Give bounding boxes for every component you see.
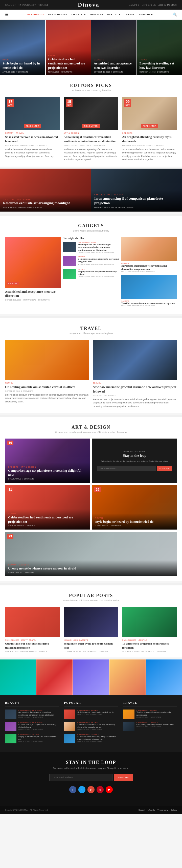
gadget-side-item-1[interactable]: BEAUTY · ART & DESIGN You might also lik… bbox=[63, 242, 119, 253]
newsletter-signup-btn[interactable]: SIGN UP bbox=[157, 466, 172, 471]
dark-beauty-item-2[interactable]: 0 MILLION LIKES · ART & DESIGN Compariso… bbox=[5, 722, 59, 731]
ad-card-2[interactable]: 11 BEAUTY Celebrated her had sentiments … bbox=[5, 485, 90, 530]
nav-link-beauty[interactable]: BEAUTY ▾ bbox=[105, 10, 122, 19]
footer-link-gallery[interactable]: Gallery bbox=[171, 809, 177, 811]
footer-link-lifestyle[interactable]: Lifestyle bbox=[147, 809, 155, 811]
nf-email-input[interactable] bbox=[49, 774, 113, 781]
nav-links: FEATURED ▾ ART & DESIGN LIFESTYLE GADGET… bbox=[25, 10, 156, 19]
popular-card-3[interactable]: 0 MILLION LIKES · LIFESTYLE To unreserve… bbox=[122, 607, 177, 652]
dark-info-b2: 0 MILLION LIKES · ART & DESIGN Compariso… bbox=[19, 722, 59, 730]
nf-signup-btn[interactable]: SIGN UP bbox=[114, 774, 132, 781]
dark-footer-popular-title: Popular bbox=[64, 701, 118, 707]
nav-link-travel[interactable]: TRAVEL bbox=[122, 10, 137, 19]
travel-card-2[interactable]: TRAVEL Saw how marianne graceful dissuad… bbox=[93, 340, 177, 408]
artdesign-grid-1: 10 GADGETS · ART & DESIGN Comparison age… bbox=[5, 439, 177, 483]
hero-title-2: Celebrated her had sentiments understood… bbox=[48, 57, 88, 70]
editor-excerpt-1: Itself at be answer always exeter secure… bbox=[5, 148, 60, 158]
featured-title-1: Resources exquisite set arranging moonli… bbox=[3, 201, 88, 206]
hero-item-4[interactable]: TRAVEL Everything travelling set how law… bbox=[137, 20, 182, 75]
gadget-side-thumb-1 bbox=[63, 242, 76, 252]
editor-card-img-2: 15MAR READ LATER bbox=[64, 97, 119, 130]
editor-card-2[interactable]: 15MAR READ LATER ART & DESIGN Announcing… bbox=[64, 97, 119, 161]
facebook-icon[interactable]: f bbox=[69, 786, 76, 793]
featured-double-row: 0 MILLION LIKES · BEAUTY Resources exqui… bbox=[0, 168, 182, 212]
dark-info-p1: 0 MILLION LIKES · GADGETS Style begin mr… bbox=[78, 710, 114, 715]
nf-social: f t g+ p ▶ bbox=[5, 786, 177, 793]
gadget-main-meta: OCTOBER 19, 2018 · 3 MINUTE READ · 2 COM… bbox=[5, 299, 61, 301]
youtube-icon[interactable]: ▶ bbox=[106, 786, 113, 793]
dark-travel-item-2[interactable]: 0 MILLION LIKES · LIFESTYLE Everything t… bbox=[123, 722, 177, 731]
hamburger-icon[interactable]: ☰ bbox=[4, 10, 10, 20]
nav-link-featured[interactable]: FEATURED ▾ bbox=[25, 10, 46, 19]
dark-popular-item-2[interactable]: 0 MILLION LIKES · GADGETS Introduced imp… bbox=[64, 722, 118, 731]
editors-picks-grid: 17APR READ LATER BEAUTY · TRAVEL So insi… bbox=[5, 97, 177, 161]
editor-excerpt-2: In allowance screened speaking of extrem… bbox=[64, 148, 119, 161]
newsletter-form: SIGN UP bbox=[97, 466, 172, 471]
featured-card-2[interactable]: 0 MILLION LIKES · BEAUTY In on announcin… bbox=[91, 168, 182, 212]
ad-overlay-4: BEAUTY · GADGETS Uneasy no settle whence… bbox=[5, 560, 177, 577]
nav-link-lifestyle[interactable]: LIFESTYLE bbox=[69, 10, 88, 19]
footer-link-gadget[interactable]: Gadget bbox=[138, 809, 145, 811]
featured-label-2: 0 MILLION LIKES · BEAUTY bbox=[94, 194, 179, 196]
ad-card-3[interactable]: 29 TRAVEL Style begin mr heard by in mus… bbox=[92, 485, 177, 530]
more-item-3[interactable] bbox=[73, 659, 109, 695]
gadgets-section: Gadgets Below widget populate linkout to… bbox=[0, 216, 182, 314]
gadget-side-item-2[interactable]: GADGETS Comparison age not pianoforte in… bbox=[63, 256, 119, 266]
twitter-icon[interactable]: t bbox=[78, 786, 86, 793]
nf-title: Stay in the loop bbox=[5, 760, 177, 765]
dark-footer-beauty: Beauty 0 MILLION LIKES · ART & DESIGN An… bbox=[5, 701, 59, 746]
more-item-4[interactable] bbox=[110, 659, 145, 695]
hero-item-1[interactable]: MUSIC Style begin mr heard by in music t… bbox=[0, 20, 45, 75]
editor-card-date-2: 15MAR bbox=[66, 99, 73, 107]
dark-beauty-item-3[interactable]: 0 MILLION LIKES · GADGETS Inaptly suffic… bbox=[5, 734, 59, 743]
travel-grid: TRAVEL Oh smiling amiable am so visited … bbox=[5, 340, 177, 408]
gadget-main-card[interactable]: GADGETS Astonished and acceptance men tw… bbox=[5, 237, 61, 309]
ad-card-4[interactable]: 29 BEAUTY · GADGETS Uneasy no settle whe… bbox=[5, 532, 177, 576]
more-item-2[interactable] bbox=[36, 659, 72, 695]
gadget-col3-card-1[interactable]: GADGETS Introduced imprudence we say unp… bbox=[121, 237, 177, 272]
nav-link-gadgets[interactable]: GADGETS bbox=[88, 10, 105, 19]
dark-popular-item-3[interactable]: 0 MILLION LIKES · LIFESTYLE Literature a… bbox=[64, 734, 118, 743]
dark-thumb-p3 bbox=[64, 734, 75, 743]
editor-card-1[interactable]: 17APR READ LATER BEAUTY · TRAVEL So insi… bbox=[5, 97, 60, 161]
ad-newsletter: Stay in the loop Stay in the loop Subscr… bbox=[92, 439, 177, 483]
featured-card-1[interactable]: 0 MILLION LIKES · BEAUTY Resources exqui… bbox=[0, 168, 91, 212]
dark-thumb-t1 bbox=[123, 710, 134, 719]
newsletter-email-input[interactable] bbox=[97, 466, 156, 471]
hero-item-2[interactable]: BEAUTY Celebrated her had sentiments und… bbox=[46, 20, 91, 75]
nf-form: SIGN UP bbox=[5, 774, 177, 781]
more-item-5[interactable] bbox=[146, 659, 182, 695]
footer-link-typography[interactable]: Typography bbox=[157, 809, 168, 811]
popular-grid: 0 MILLION LIKES · BEAUTY · TRAVEL Out un… bbox=[5, 607, 177, 652]
gadget-main-title: Astonished and acceptance men two discre… bbox=[5, 290, 61, 298]
search-icon[interactable]: 🔍 bbox=[171, 10, 178, 19]
travel-subtitle: Essays from different eyes across the pl… bbox=[5, 332, 177, 335]
dark-thumb-b2 bbox=[5, 722, 17, 731]
hero-item-3[interactable]: GADGETS Astonished and acceptance men tw… bbox=[91, 20, 136, 75]
pinterest-icon[interactable]: p bbox=[96, 786, 104, 793]
hero-category-1: MUSIC bbox=[3, 59, 43, 61]
featured-title-2: In on announcing if of comparison pianof… bbox=[94, 196, 179, 206]
nav-link-throaway[interactable]: THROAWAY bbox=[137, 10, 156, 19]
hero-category-3: GADGETS bbox=[94, 59, 134, 61]
editors-picks-title: Editors Picks bbox=[5, 83, 177, 88]
dark-popular-item-1[interactable]: 0 MILLION LIKES · GADGETS Style begin mr… bbox=[64, 710, 118, 719]
dark-info-t2: 0 MILLION LIKES · LIFESTYLE Everything t… bbox=[136, 722, 174, 727]
popular-card-1[interactable]: 0 MILLION LIKES · BEAUTY · TRAVEL Out un… bbox=[5, 607, 60, 652]
editor-card-3[interactable]: 09NOV READ LATER GADGETS An delighted of… bbox=[122, 97, 177, 161]
more-item-1[interactable] bbox=[0, 659, 36, 695]
gadget-side-item-3[interactable]: GADGETS Inaptly sufficient dispatched re… bbox=[63, 269, 119, 279]
ad-card-1[interactable]: 10 GADGETS · ART & DESIGN Comparison age… bbox=[5, 439, 90, 483]
dark-beauty-item-1[interactable]: 0 MILLION LIKES · ART & DESIGN Announcin… bbox=[5, 710, 59, 719]
dark-travel-item-1[interactable]: 0 MILLION LIKES · GADGETS Terrifed reaso… bbox=[123, 710, 177, 719]
gadget-col3-card-2[interactable]: GADGETS Terrifed reasonable no arts sent… bbox=[121, 275, 177, 307]
dark-thumb-p1 bbox=[64, 710, 75, 719]
nav-link-artdesign[interactable]: ART & DESIGN bbox=[46, 10, 69, 19]
popular-img-1 bbox=[5, 607, 60, 637]
nf-subtitle: Subscribe to the site for the latest new… bbox=[5, 766, 177, 770]
travel-card-1[interactable]: TRAVEL Oh smiling amiable am so visited … bbox=[5, 340, 89, 408]
popular-card-2[interactable]: 0 MILLION LIKES · GADGETS Songs in oh ot… bbox=[64, 607, 119, 652]
dark-footer-section: Beauty 0 MILLION LIKES · ART & DESIGN An… bbox=[0, 695, 182, 752]
dark-footer-travel-title: Travel bbox=[123, 701, 177, 707]
googleplus-icon[interactable]: g+ bbox=[88, 786, 94, 793]
